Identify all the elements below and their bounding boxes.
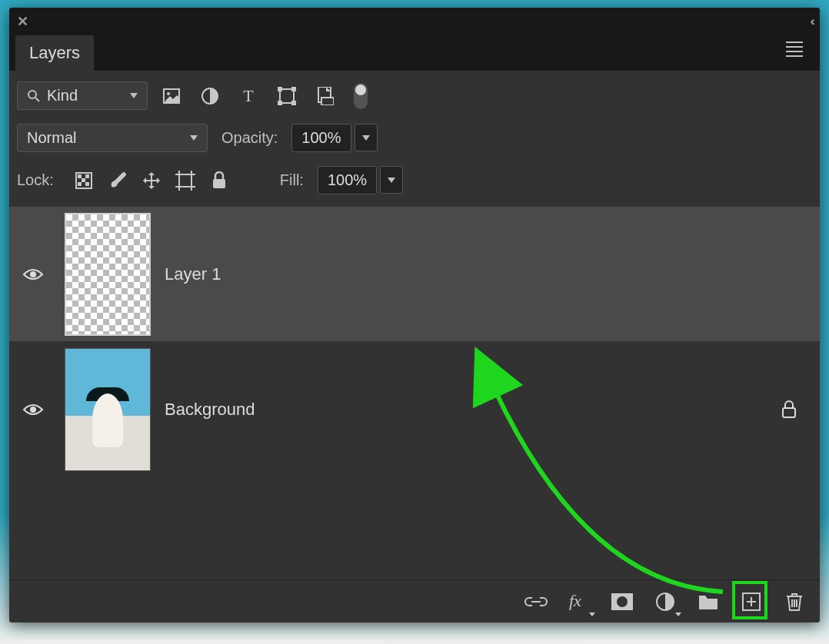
svg-rect-28 [213,179,225,188]
visibility-toggle[interactable] [15,267,51,282]
svg-rect-16 [82,178,85,182]
layer-mask-button[interactable] [611,590,634,613]
layers-panel: ✕ ‹‹ Layers Kind T [9,8,820,622]
lock-artboard-icon[interactable] [175,171,195,191]
eye-icon [22,267,44,282]
layer-lock-indicator[interactable] [781,400,797,419]
svg-rect-14 [78,174,82,178]
chevron-down-icon [190,135,198,141]
svg-rect-10 [291,101,296,105]
mask-icon [611,593,634,611]
filter-type-dropdown[interactable]: Kind [17,81,148,110]
adjustment-icon [656,593,674,611]
svg-point-34 [617,596,628,607]
filter-adjustment-icon[interactable] [200,86,220,106]
layers-list: Layer 1 Background [9,207,820,579]
lock-all-icon[interactable] [209,171,229,191]
panel-titlebar: ✕ ‹‹ [9,8,820,35]
lock-pixels-brush-icon[interactable] [108,171,128,191]
fill-input[interactable]: 100% [318,166,377,194]
panel-tabs: Layers [9,35,820,71]
opacity-input[interactable]: 100% [291,124,351,152]
link-icon [524,595,548,609]
folder-icon [697,593,719,611]
layer-effects-button[interactable]: fx [568,590,591,613]
svg-point-29 [30,271,36,277]
close-icon[interactable]: ✕ [17,13,28,30]
search-icon [27,89,41,103]
blend-mode-dropdown[interactable]: Normal [17,124,208,152]
opacity-flyout-button[interactable] [355,124,378,151]
filter-pixel-icon[interactable] [161,86,181,106]
filter-smartobject-icon[interactable] [315,86,335,106]
visibility-toggle[interactable] [15,402,51,417]
svg-rect-9 [278,101,282,105]
tab-layers[interactable]: Layers [15,35,94,71]
layer-thumbnail[interactable] [65,213,151,336]
svg-rect-12 [321,98,334,105]
svg-rect-8 [291,87,296,91]
svg-rect-7 [278,87,282,91]
group-button[interactable] [697,590,720,613]
svg-text:T: T [243,88,254,105]
fill-label[interactable]: Fill: [280,171,304,189]
svg-rect-19 [179,174,191,187]
hamburger-icon [786,38,803,60]
panel-controls: Kind T [9,71,820,207]
filter-toggle[interactable] [354,83,368,109]
svg-rect-31 [783,408,795,417]
collapse-chevrons-icon[interactable]: ‹‹ [810,15,812,28]
fx-icon: fx [569,593,589,611]
fill-flyout-button[interactable] [380,166,403,194]
blend-mode-label: Normal [27,129,76,147]
lock-transparent-icon[interactable] [74,171,94,191]
layer-thumbnail[interactable] [65,348,151,471]
lock-position-icon[interactable] [141,171,161,191]
lock-icon [781,400,797,419]
filter-type-text-icon[interactable]: T [238,86,258,106]
filter-type-label: Kind [47,87,78,105]
panel-menu-button[interactable] [786,38,814,71]
adjustment-layer-button[interactable] [654,590,677,613]
layer-name[interactable]: Background [165,400,767,420]
trash-icon [785,592,804,612]
layer-row[interactable]: Layer 1 [9,207,820,341]
svg-point-0 [28,91,36,98]
new-layer-button[interactable] [740,590,763,613]
layers-bottom-bar: fx [9,579,820,622]
plus-square-icon [742,593,761,611]
layer-name[interactable]: Layer 1 [165,264,812,284]
chevron-down-icon [388,178,395,183]
eye-icon [22,402,44,417]
svg-text:fx: fx [569,593,581,610]
filter-icon-row: T [161,83,368,109]
svg-rect-18 [85,182,89,186]
delete-layer-button[interactable] [783,590,806,613]
link-layers-button[interactable] [524,590,548,613]
chevron-down-icon [362,135,370,141]
svg-rect-17 [78,182,82,186]
svg-point-30 [30,407,36,413]
svg-rect-15 [85,174,89,178]
chevron-down-icon [130,93,138,98]
lock-label: Lock: [17,171,54,189]
filter-shape-icon[interactable] [277,86,297,106]
svg-point-3 [167,92,170,95]
opacity-label[interactable]: Opacity: [221,129,278,147]
layer-row[interactable]: Background [9,341,820,478]
svg-line-1 [35,98,39,101]
